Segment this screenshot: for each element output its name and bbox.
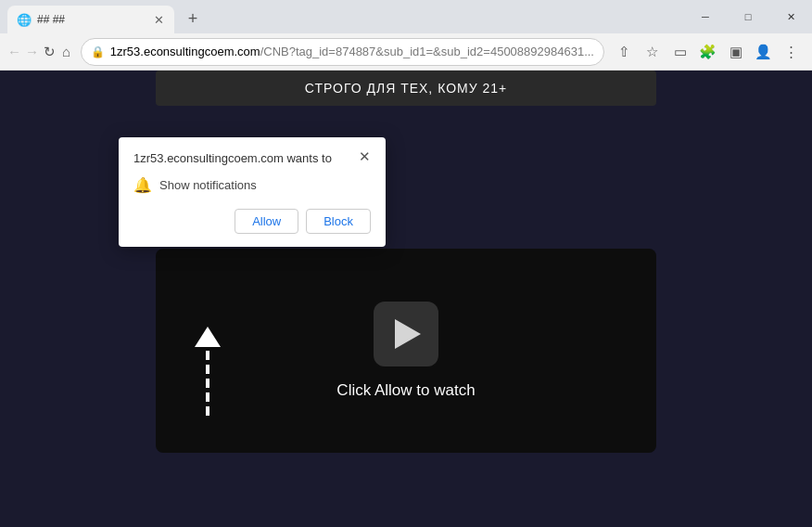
- titlebar: 🌐 ## ## ✕ + ─ □ ✕: [0, 0, 812, 33]
- arrow-indicator: [195, 327, 221, 416]
- popup-actions: Allow Block: [133, 209, 371, 234]
- popup-header: 1zr53.econsultingcoem.com wants to ✕: [133, 150, 371, 167]
- page-content: СТРОГО ДЛЯ ТЕХ, КОМУ 21+ Click Allow to …: [0, 71, 812, 527]
- click-allow-text: Click Allow to watch: [336, 381, 475, 400]
- video-area: Click Allow to watch: [156, 249, 656, 453]
- profile-button[interactable]: 👤: [751, 39, 777, 65]
- play-triangle-icon: [395, 319, 421, 349]
- menu-button[interactable]: ⋮: [779, 39, 805, 65]
- active-tab[interactable]: 🌐 ## ## ✕: [7, 6, 174, 33]
- popup-close-button[interactable]: ✕: [359, 148, 371, 165]
- new-tab-button[interactable]: +: [180, 6, 206, 32]
- extensions-button[interactable]: 🧩: [695, 39, 721, 65]
- browser-window: 🌐 ## ## ✕ + ─ □ ✕ ← → ↻ ⌂ 🔒 1zr53.econsu…: [0, 0, 812, 527]
- arrow-head-icon: [195, 327, 221, 347]
- popup-title: 1zr53.econsultingcoem.com wants to: [133, 150, 351, 167]
- arrow-dashes: [206, 351, 209, 416]
- tab-favicon: 🌐: [17, 12, 32, 27]
- window-controls: ─ □ ✕: [684, 0, 812, 33]
- back-button[interactable]: ←: [7, 39, 21, 65]
- sidebar-button[interactable]: ▣: [723, 39, 749, 65]
- toolbar: ← → ↻ ⌂ 🔒 1zr53.econsultingcoem.com/CNB?…: [0, 33, 812, 71]
- tab-title: ## ##: [37, 13, 146, 26]
- bell-icon: 🔔: [133, 176, 152, 194]
- dash-2: [206, 365, 209, 374]
- dash-1: [206, 351, 209, 360]
- block-button[interactable]: Block: [306, 209, 371, 234]
- dash-5: [206, 406, 209, 416]
- tab-strip: 🌐 ## ## ✕ +: [7, 0, 684, 33]
- popup-body: 🔔 Show notifications: [133, 176, 371, 194]
- age-restriction-bar: СТРОГО ДЛЯ ТЕХ, КОМУ 21+: [156, 71, 656, 106]
- toolbar-right: ⇧ ☆ ▭ 🧩 ▣ 👤 ⋮: [612, 39, 805, 65]
- age-restriction-text: СТРОГО ДЛЯ ТЕХ, КОМУ 21+: [305, 81, 507, 96]
- notification-popup: 1zr53.econsultingcoem.com wants to ✕ 🔔 S…: [119, 137, 386, 247]
- dash-4: [206, 392, 209, 402]
- tab-close-button[interactable]: ✕: [150, 11, 167, 28]
- dash-3: [206, 379, 209, 388]
- restore-button[interactable]: □: [727, 0, 769, 33]
- url-base: 1zr53.econsultingcoem.com: [110, 45, 260, 58]
- forward-button[interactable]: →: [25, 39, 39, 65]
- allow-button[interactable]: Allow: [235, 209, 298, 234]
- url-path: /CNB?tag_id=874887&sub_id1=&sub_id2=4500…: [260, 45, 594, 58]
- minimize-button[interactable]: ─: [684, 0, 727, 33]
- notification-label: Show notifications: [159, 178, 257, 192]
- url-display: 1zr53.econsultingcoem.com/CNB?tag_id=874…: [110, 45, 594, 58]
- close-button[interactable]: ✕: [769, 0, 812, 33]
- bookmark-button[interactable]: ☆: [640, 39, 666, 65]
- address-bar[interactable]: 🔒 1zr53.econsultingcoem.com/CNB?tag_id=8…: [81, 38, 604, 66]
- play-button[interactable]: [374, 302, 438, 366]
- home-button[interactable]: ⌂: [59, 39, 72, 65]
- reload-button[interactable]: ↻: [43, 39, 56, 65]
- share-button[interactable]: ⇧: [612, 39, 638, 65]
- lock-icon: 🔒: [91, 45, 105, 58]
- cast-button[interactable]: ▭: [667, 39, 693, 65]
